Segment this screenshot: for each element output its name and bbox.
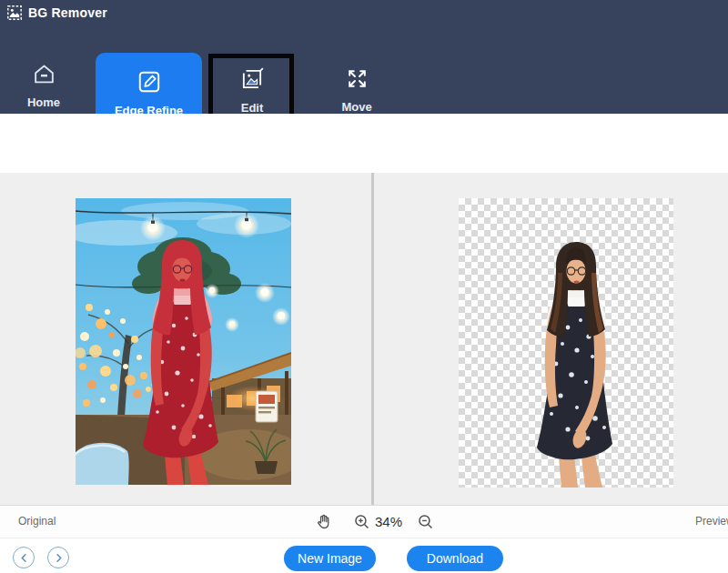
result-image-canvas[interactable] (459, 198, 673, 488)
next-image-button[interactable] (47, 547, 69, 568)
zoom-out-icon[interactable] (417, 513, 434, 530)
home-icon (32, 62, 56, 86)
new-image-button[interactable]: New Image (284, 546, 376, 571)
statusbar: Original 34% Preview (0, 505, 728, 538)
tab-home[interactable]: Home (7, 62, 80, 109)
original-photo (76, 198, 291, 485)
cutout-person (459, 198, 673, 488)
previous-image-button[interactable] (13, 547, 35, 568)
preview-label: Preview (695, 515, 728, 528)
zoom-in-icon[interactable] (353, 513, 370, 530)
original-label: Original (18, 515, 56, 528)
arrows-out-icon (345, 66, 369, 91)
bg-remover-window: BG Remover Home Edge Refine (0, 0, 728, 573)
refine-toolbar: Keep Erase Brush Size: (0, 114, 728, 173)
download-button[interactable]: Download (407, 546, 503, 571)
tab-edit[interactable]: Edit (211, 66, 293, 115)
app-title: BG Remover (28, 5, 107, 20)
panel-divider (371, 173, 374, 505)
crop-image-icon (239, 66, 265, 92)
tab-home-label: Home (27, 96, 60, 109)
tab-move-label: Move (341, 100, 371, 114)
canvas-area (0, 173, 728, 505)
app-image-selection-icon (7, 5, 22, 20)
bottombar: New Image Download (0, 538, 728, 573)
zoom-level: 34% (375, 514, 402, 529)
chevron-left-icon (19, 553, 29, 563)
tab-edit-label: Edit (241, 101, 264, 115)
hand-pan-icon[interactable] (315, 513, 332, 530)
titlebar: BG Remover (0, 0, 728, 25)
tab-move[interactable]: Move (320, 66, 393, 114)
original-image-canvas[interactable] (76, 198, 291, 485)
navbar: Home Edge Refine Edit (0, 25, 728, 114)
pen-square-icon (136, 69, 162, 95)
chevron-right-icon (54, 553, 64, 563)
